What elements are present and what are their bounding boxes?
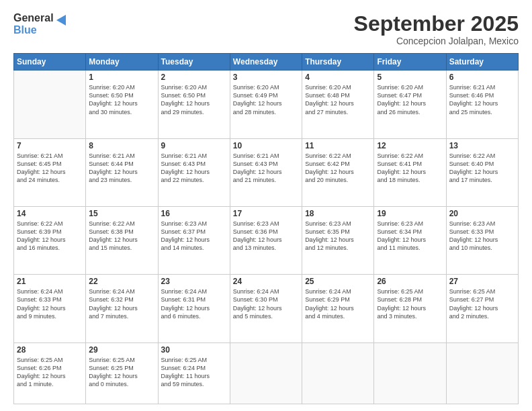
calendar-cell: 24Sunrise: 6:24 AM Sunset: 6:30 PM Dayli… (230, 275, 302, 342)
calendar-cell (446, 342, 518, 404)
day-number: 4 (305, 73, 371, 82)
calendar-cell: 5Sunrise: 6:20 AM Sunset: 6:47 PM Daylig… (374, 71, 446, 138)
calendar-cell: 28Sunrise: 6:25 AM Sunset: 6:26 PM Dayli… (14, 342, 86, 404)
day-number: 19 (377, 209, 443, 218)
day-info: Sunrise: 6:23 AM Sunset: 6:36 PM Dayligh… (233, 220, 299, 253)
day-number: 13 (449, 141, 515, 150)
calendar-cell: 30Sunrise: 6:25 AM Sunset: 6:24 PM Dayli… (158, 342, 230, 404)
day-number: 17 (233, 209, 299, 218)
day-info: Sunrise: 6:22 AM Sunset: 6:42 PM Dayligh… (305, 152, 371, 185)
calendar-week-2: 7Sunrise: 6:21 AM Sunset: 6:45 PM Daylig… (14, 138, 519, 206)
calendar-cell: 26Sunrise: 6:25 AM Sunset: 6:28 PM Dayli… (374, 275, 446, 342)
day-info: Sunrise: 6:23 AM Sunset: 6:37 PM Dayligh… (161, 220, 227, 253)
day-number: 16 (161, 209, 227, 218)
calendar-cell: 21Sunrise: 6:24 AM Sunset: 6:33 PM Dayli… (14, 275, 86, 342)
day-info: Sunrise: 6:25 AM Sunset: 6:28 PM Dayligh… (377, 287, 443, 320)
weekday-header-thursday: Thursday (302, 54, 374, 71)
day-number: 9 (161, 141, 227, 150)
calendar-cell: 6Sunrise: 6:21 AM Sunset: 6:46 PM Daylig… (446, 71, 518, 138)
day-number: 23 (161, 277, 227, 286)
calendar-cell: 17Sunrise: 6:23 AM Sunset: 6:36 PM Dayli… (230, 206, 302, 274)
day-info: Sunrise: 6:21 AM Sunset: 6:44 PM Dayligh… (89, 152, 154, 185)
day-number: 14 (17, 209, 83, 218)
day-info: Sunrise: 6:20 AM Sunset: 6:50 PM Dayligh… (89, 83, 154, 116)
calendar-cell: 7Sunrise: 6:21 AM Sunset: 6:45 PM Daylig… (14, 138, 86, 206)
title-block: September 2025 Concepcion Jolalpan, Mexi… (354, 12, 519, 46)
day-number: 1 (89, 73, 154, 82)
day-info: Sunrise: 6:25 AM Sunset: 6:24 PM Dayligh… (161, 356, 227, 389)
day-info: Sunrise: 6:21 AM Sunset: 6:46 PM Dayligh… (449, 83, 515, 116)
day-number: 2 (161, 73, 227, 82)
weekday-header-sunday: Sunday (14, 54, 86, 71)
day-info: Sunrise: 6:25 AM Sunset: 6:27 PM Dayligh… (449, 287, 515, 320)
calendar-cell: 10Sunrise: 6:21 AM Sunset: 6:43 PM Dayli… (230, 138, 302, 206)
weekday-header-monday: Monday (86, 54, 158, 71)
calendar-cell: 2Sunrise: 6:20 AM Sunset: 6:50 PM Daylig… (158, 71, 230, 138)
calendar-cell: 1Sunrise: 6:20 AM Sunset: 6:50 PM Daylig… (86, 71, 158, 138)
weekday-header-wednesday: Wednesday (230, 54, 302, 71)
calendar-cell (374, 342, 446, 404)
day-info: Sunrise: 6:20 AM Sunset: 6:50 PM Dayligh… (161, 83, 227, 116)
day-info: Sunrise: 6:23 AM Sunset: 6:35 PM Dayligh… (305, 220, 371, 253)
day-number: 6 (449, 73, 515, 82)
day-number: 12 (377, 141, 443, 150)
calendar-cell: 14Sunrise: 6:22 AM Sunset: 6:39 PM Dayli… (14, 206, 86, 274)
logo-general: General (13, 12, 54, 24)
day-number: 25 (305, 277, 371, 286)
day-number: 22 (89, 277, 154, 286)
main-title: September 2025 (354, 12, 519, 36)
day-info: Sunrise: 6:24 AM Sunset: 6:31 PM Dayligh… (161, 287, 227, 320)
day-number: 15 (89, 209, 154, 218)
day-info: Sunrise: 6:24 AM Sunset: 6:32 PM Dayligh… (89, 287, 154, 320)
day-info: Sunrise: 6:25 AM Sunset: 6:25 PM Dayligh… (89, 356, 154, 389)
svg-marker-0 (56, 15, 66, 26)
day-number: 11 (305, 141, 371, 150)
logo: General Blue (13, 12, 67, 36)
calendar-cell (14, 71, 86, 138)
day-number: 8 (89, 141, 154, 150)
weekday-header-saturday: Saturday (446, 54, 518, 71)
logo-blue: Blue (13, 24, 54, 36)
day-number: 26 (377, 277, 443, 286)
day-number: 10 (233, 141, 299, 150)
calendar-cell: 13Sunrise: 6:22 AM Sunset: 6:40 PM Dayli… (446, 138, 518, 206)
day-number: 24 (233, 277, 299, 286)
calendar-cell: 22Sunrise: 6:24 AM Sunset: 6:32 PM Dayli… (86, 275, 158, 342)
weekday-header-row: SundayMondayTuesdayWednesdayThursdayFrid… (14, 54, 519, 71)
day-number: 30 (161, 345, 227, 355)
calendar-cell: 4Sunrise: 6:20 AM Sunset: 6:48 PM Daylig… (302, 71, 374, 138)
day-number: 28 (17, 345, 83, 355)
day-info: Sunrise: 6:22 AM Sunset: 6:40 PM Dayligh… (449, 152, 515, 185)
day-info: Sunrise: 6:21 AM Sunset: 6:43 PM Dayligh… (233, 152, 299, 185)
calendar-cell: 9Sunrise: 6:21 AM Sunset: 6:43 PM Daylig… (158, 138, 230, 206)
day-info: Sunrise: 6:23 AM Sunset: 6:33 PM Dayligh… (449, 220, 515, 253)
calendar-cell: 23Sunrise: 6:24 AM Sunset: 6:31 PM Dayli… (158, 275, 230, 342)
calendar-cell: 16Sunrise: 6:23 AM Sunset: 6:37 PM Dayli… (158, 206, 230, 274)
calendar-cell: 25Sunrise: 6:24 AM Sunset: 6:29 PM Dayli… (302, 275, 374, 342)
logo-icon (55, 13, 67, 28)
day-info: Sunrise: 6:21 AM Sunset: 6:45 PM Dayligh… (17, 152, 83, 185)
day-info: Sunrise: 6:20 AM Sunset: 6:48 PM Dayligh… (305, 83, 371, 116)
day-info: Sunrise: 6:25 AM Sunset: 6:26 PM Dayligh… (17, 356, 83, 389)
day-info: Sunrise: 6:20 AM Sunset: 6:49 PM Dayligh… (233, 83, 299, 116)
day-info: Sunrise: 6:24 AM Sunset: 6:30 PM Dayligh… (233, 287, 299, 320)
calendar-cell: 12Sunrise: 6:22 AM Sunset: 6:41 PM Dayli… (374, 138, 446, 206)
day-number: 27 (449, 277, 515, 286)
weekday-header-friday: Friday (374, 54, 446, 71)
subtitle: Concepcion Jolalpan, Mexico (354, 36, 519, 46)
calendar-week-3: 14Sunrise: 6:22 AM Sunset: 6:39 PM Dayli… (14, 206, 519, 274)
day-info: Sunrise: 6:22 AM Sunset: 6:39 PM Dayligh… (17, 220, 83, 253)
calendar-week-1: 1Sunrise: 6:20 AM Sunset: 6:50 PM Daylig… (14, 71, 519, 138)
calendar-cell: 20Sunrise: 6:23 AM Sunset: 6:33 PM Dayli… (446, 206, 518, 274)
day-info: Sunrise: 6:20 AM Sunset: 6:47 PM Dayligh… (377, 83, 443, 116)
calendar-week-4: 21Sunrise: 6:24 AM Sunset: 6:33 PM Dayli… (14, 275, 519, 342)
day-number: 7 (17, 141, 83, 150)
calendar-cell (230, 342, 302, 404)
calendar-cell: 18Sunrise: 6:23 AM Sunset: 6:35 PM Dayli… (302, 206, 374, 274)
day-number: 3 (233, 73, 299, 82)
calendar-cell: 11Sunrise: 6:22 AM Sunset: 6:42 PM Dayli… (302, 138, 374, 206)
day-number: 18 (305, 209, 371, 218)
day-info: Sunrise: 6:24 AM Sunset: 6:29 PM Dayligh… (305, 287, 371, 320)
day-number: 5 (377, 73, 443, 82)
day-number: 20 (449, 209, 515, 218)
